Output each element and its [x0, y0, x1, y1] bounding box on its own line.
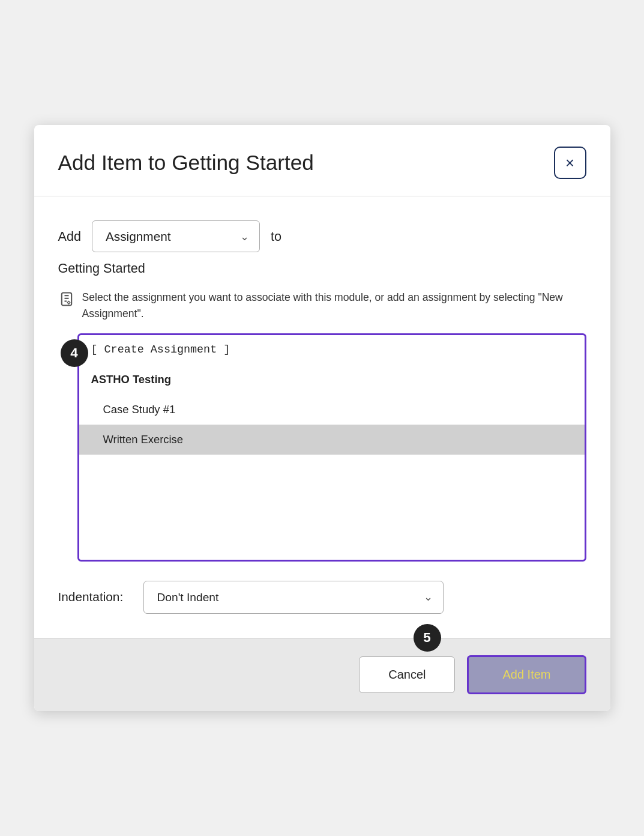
close-button[interactable]: × [554, 147, 586, 179]
type-select-wrapper: Assignment Page Quiz Discussion File ⌄ [92, 220, 260, 252]
list-item[interactable]: Written Exercise [79, 425, 585, 455]
add-type-row: Add Assignment Page Quiz Discussion File… [58, 220, 586, 252]
cancel-button[interactable]: Cancel [359, 656, 455, 693]
indentation-label: Indentation: [58, 590, 130, 604]
list-item[interactable]: [ Create Assignment ] [79, 335, 585, 365]
modal-footer: 5 Cancel Add Item [34, 638, 610, 711]
step-4-badge: 4 [61, 339, 88, 367]
info-row: Select the assignment you want to associ… [58, 289, 586, 321]
svg-rect-0 [61, 293, 71, 306]
close-icon: × [565, 154, 574, 172]
modal: Add Item to Getting Started × Add Assign… [34, 125, 610, 711]
info-text: Select the assignment you want to associ… [82, 289, 586, 321]
indentation-select[interactable]: Don't Indent Indent 1 Indent 2 Indent 3 [143, 581, 444, 614]
list-box-container: 4 [ Create Assignment ] ASTHO Testing Ca… [77, 333, 586, 562]
assignment-icon [58, 291, 75, 310]
indent-select-wrapper: Don't Indent Indent 1 Indent 2 Indent 3 … [143, 581, 444, 614]
list-item[interactable]: ASTHO Testing [79, 365, 585, 395]
add-item-button[interactable]: Add Item [467, 655, 586, 694]
assignment-list[interactable]: [ Create Assignment ] ASTHO Testing Case… [77, 333, 586, 562]
to-label: to [271, 229, 281, 244]
modal-title: Add Item to Getting Started [58, 151, 314, 175]
add-label: Add [58, 229, 81, 244]
step-5-badge: 5 [414, 624, 441, 652]
type-select[interactable]: Assignment Page Quiz Discussion File [92, 220, 260, 252]
modal-body: Add Assignment Page Quiz Discussion File… [34, 196, 610, 638]
indentation-row: Indentation: Don't Indent Indent 1 Inden… [58, 581, 586, 614]
modal-header: Add Item to Getting Started × [34, 125, 610, 196]
getting-started-label: Getting Started [58, 261, 586, 276]
list-item[interactable]: Case Study #1 [79, 395, 585, 425]
